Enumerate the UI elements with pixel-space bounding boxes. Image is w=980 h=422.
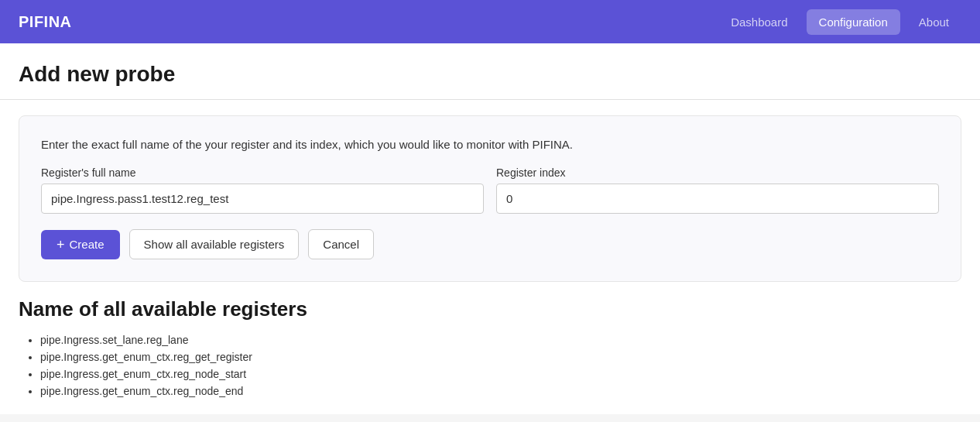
- show-registers-button[interactable]: Show all available registers: [129, 229, 300, 259]
- navbar: PIFINA Dashboard Configuration About: [0, 0, 980, 43]
- register-index-group: Register index: [496, 166, 939, 214]
- nav-about[interactable]: About: [906, 9, 961, 35]
- registers-section: Name of all available registers pipe.Ing…: [19, 297, 961, 414]
- cancel-button[interactable]: Cancel: [308, 229, 374, 259]
- add-probe-card: Enter the exact full name of the your re…: [19, 115, 961, 282]
- register-index-input[interactable]: [496, 184, 939, 214]
- nav-links: Dashboard Configuration About: [718, 9, 961, 35]
- register-index-label: Register index: [496, 166, 939, 179]
- create-button[interactable]: + Create: [41, 230, 120, 259]
- card-description: Enter the exact full name of the your re…: [41, 138, 939, 151]
- register-name-input[interactable]: [41, 184, 484, 214]
- page-content: Add new probe Enter the exact full name …: [0, 43, 980, 414]
- button-row: + Create Show all available registers Ca…: [41, 229, 939, 259]
- divider: [0, 99, 980, 100]
- list-item: pipe.Ingress.get_enum_ctx.reg_node_end: [40, 385, 961, 397]
- list-item: pipe.Ingress.get_enum_ctx.reg_node_start: [40, 368, 961, 380]
- register-name-label: Register's full name: [41, 166, 484, 179]
- brand-logo: PIFINA: [19, 13, 718, 31]
- list-item: pipe.Ingress.get_enum_ctx.reg_get_regist…: [40, 351, 961, 363]
- plus-icon: +: [57, 238, 65, 252]
- page-title: Add new probe: [19, 62, 961, 87]
- create-button-label: Create: [70, 238, 105, 251]
- list-item: pipe.Ingress.set_lane.reg_lane: [40, 334, 961, 346]
- nav-configuration[interactable]: Configuration: [807, 9, 900, 35]
- registers-title: Name of all available registers: [19, 297, 961, 321]
- registers-list: pipe.Ingress.set_lane.reg_lane pipe.Ingr…: [19, 334, 961, 397]
- register-name-group: Register's full name: [41, 166, 484, 214]
- form-row: Register's full name Register index: [41, 166, 939, 214]
- nav-dashboard[interactable]: Dashboard: [718, 9, 800, 35]
